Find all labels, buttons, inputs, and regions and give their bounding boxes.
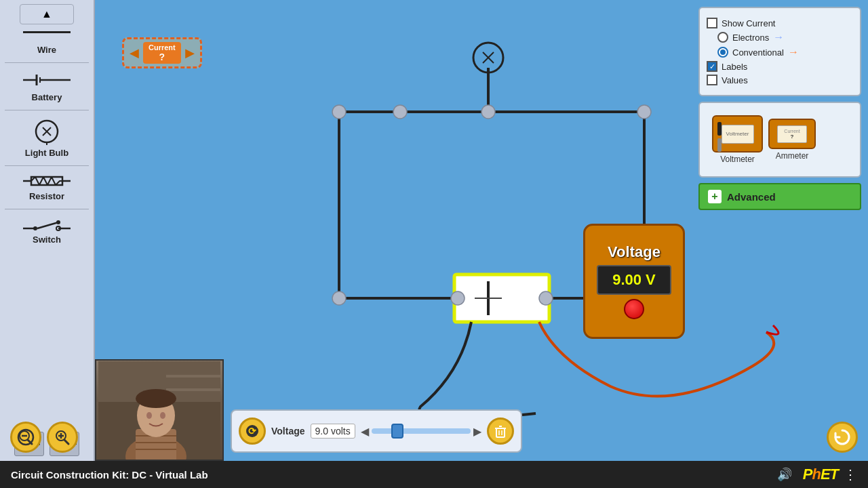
- divider-4: [5, 209, 89, 209]
- ammeter-tool-body[interactable]: Current ?: [768, 119, 816, 149]
- current-title: Current: [149, 43, 176, 52]
- switch-icon: [23, 217, 71, 232]
- conventional-radio[interactable]: [717, 47, 728, 58]
- values-checkbox[interactable]: [707, 75, 717, 85]
- labels-label: Labels: [722, 62, 747, 72]
- left-toolbar: ▲ Wire Battery Light Bulb: [0, 0, 95, 461]
- voltmeter-knob[interactable]: [624, 299, 644, 319]
- voltmeter-device[interactable]: Voltage 9.00 V: [583, 224, 685, 352]
- wire-tool[interactable]: Wire: [9, 26, 84, 60]
- advanced-button[interactable]: + Advanced: [698, 183, 861, 210]
- sound-icon[interactable]: 🔊: [777, 467, 792, 482]
- conventional-row[interactable]: Conventional →: [707, 46, 853, 58]
- resistor-tool[interactable]: Resistor: [9, 168, 84, 207]
- voltage-slider-thumb[interactable]: [391, 424, 403, 439]
- bulb-icon: [33, 118, 60, 145]
- svg-text:⟳: ⟳: [248, 426, 257, 436]
- current-box: Current ?: [143, 42, 181, 64]
- zoom-in-button[interactable]: [47, 422, 78, 453]
- electrons-arrow: →: [773, 31, 784, 43]
- values-label: Values: [722, 75, 748, 85]
- voltage-label: Voltage: [271, 426, 305, 436]
- slider-left-arrow[interactable]: ◀: [361, 425, 369, 438]
- voltmeter-reading: 9.00 V: [597, 265, 671, 295]
- divider-3: [5, 165, 89, 166]
- slider-right-arrow[interactable]: ▶: [473, 425, 481, 438]
- show-current-row[interactable]: Show Current: [707, 18, 853, 28]
- svg-point-51: [637, 105, 651, 119]
- divider-2: [5, 110, 89, 110]
- up-arrow-icon: ▲: [41, 8, 52, 20]
- grab-button[interactable]: ⟳: [239, 418, 266, 445]
- battery-icon: [23, 70, 71, 89]
- svg-point-54: [539, 291, 553, 305]
- svg-line-13: [37, 222, 58, 228]
- labels-checkbox[interactable]: [707, 61, 717, 72]
- svg-line-70: [64, 440, 68, 444]
- voltmeter-instrument[interactable]: Voltmeter Voltmeter: [712, 115, 763, 164]
- phet-logo: PhET: [803, 466, 838, 483]
- values-row[interactable]: Values: [707, 75, 853, 85]
- refresh-icon: [833, 428, 852, 447]
- current-indicator[interactable]: ◀ Current ? ◀: [122, 37, 202, 68]
- svg-point-50: [481, 105, 495, 119]
- ammeter-instrument[interactable]: Current ? Ammeter: [768, 119, 816, 161]
- voltmeter-screen: Voltmeter: [722, 125, 754, 144]
- zoom-controls: [10, 422, 78, 453]
- voltage-slider-container: ◀ ▶: [361, 425, 481, 438]
- trash-icon: [492, 423, 509, 439]
- conventional-arrow: →: [788, 46, 799, 58]
- show-current-label: Show Current: [722, 18, 775, 28]
- voltage-control-bar: ⟳ Voltage 9.0 volts ◀ ▶: [231, 409, 522, 453]
- bulb-tool[interactable]: Light Bulb: [9, 113, 84, 163]
- delete-button[interactable]: [487, 418, 514, 445]
- show-current-checkbox[interactable]: [707, 18, 717, 28]
- svg-point-12: [33, 226, 37, 230]
- electrons-row[interactable]: Electrons →: [707, 31, 853, 43]
- current-right-arrow: ◀: [185, 45, 195, 60]
- options-icon[interactable]: ⋮: [844, 466, 857, 483]
- svg-point-48: [332, 105, 346, 119]
- battery-tool[interactable]: Battery: [9, 65, 84, 108]
- labels-row[interactable]: Labels: [707, 61, 853, 72]
- zoom-out-icon: [17, 428, 35, 446]
- svg-point-49: [393, 105, 407, 119]
- grab-icon: ⟳: [244, 423, 260, 439]
- zoom-in-icon: [54, 428, 71, 446]
- plus-icon: +: [708, 190, 722, 203]
- switch-label: Switch: [33, 235, 61, 245]
- electrons-label: Electrons: [732, 33, 769, 43]
- conventional-label: Conventional: [732, 47, 784, 58]
- current-left-arrow: ◀: [130, 45, 139, 60]
- voltage-value: 9.0 volts: [311, 424, 355, 439]
- voltmeter-tool-label: Voltmeter: [720, 155, 755, 164]
- voltmeter-device-title: Voltage: [608, 243, 660, 261]
- electrons-radio[interactable]: [717, 32, 728, 43]
- current-settings-panel: Show Current Electrons → Conventional → …: [698, 7, 861, 96]
- advanced-label: Advanced: [727, 191, 776, 203]
- voltage-slider-track[interactable]: [372, 428, 471, 434]
- battery-label: Battery: [32, 92, 62, 102]
- app-title: Circuit Construction Kit: DC - Virtual L…: [11, 469, 777, 481]
- right-panel: Show Current Electrons → Conventional → …: [698, 7, 861, 210]
- refresh-button[interactable]: [827, 422, 858, 453]
- svg-point-52: [332, 291, 346, 305]
- svg-point-53: [451, 291, 465, 305]
- ammeter-tool-label: Ammeter: [776, 151, 809, 161]
- resistor-label: Resistor: [29, 191, 64, 201]
- bottom-bar: Circuit Construction Kit: DC - Virtual L…: [0, 461, 868, 488]
- voltmeter-tool-body[interactable]: Voltmeter: [712, 115, 763, 152]
- scroll-up-button[interactable]: ▲: [20, 4, 74, 24]
- voltmeter-body: Voltage 9.00 V: [583, 224, 685, 339]
- svg-rect-58: [496, 428, 505, 437]
- switch-tool[interactable]: Switch: [9, 211, 84, 250]
- zoom-out-button[interactable]: [10, 422, 41, 453]
- wire-icon: [23, 31, 71, 42]
- instruments-panel: Voltmeter Voltmeter Current ? Ammeter: [698, 102, 861, 178]
- ammeter-screen: Current ?: [777, 125, 807, 143]
- resistor-icon: [23, 174, 71, 188]
- wire-label: Wire: [37, 45, 56, 55]
- current-value: ?: [149, 52, 176, 62]
- bulb-label: Light Bulb: [25, 148, 68, 158]
- svg-point-14: [56, 220, 60, 224]
